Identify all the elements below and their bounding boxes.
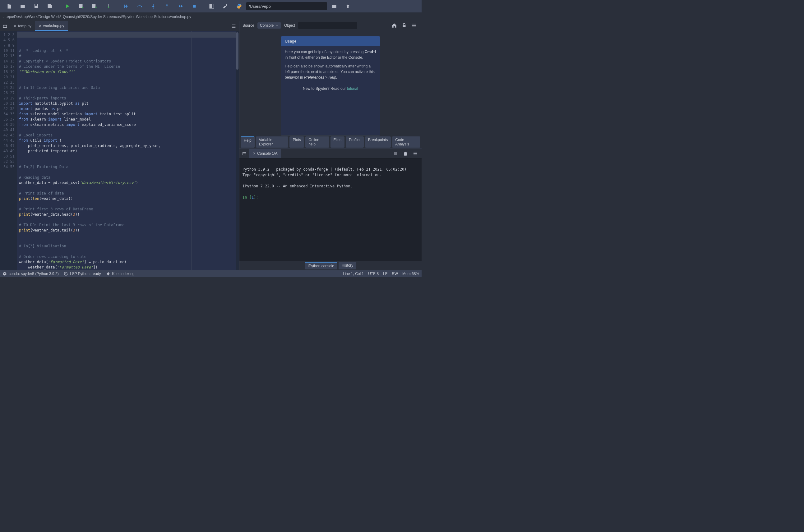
help-toolbar: Source Console Object [239,21,422,30]
conda-env-status[interactable]: conda: spyder5 (Python 3.9.2) [2,271,59,276]
svg-point-3 [167,4,168,5]
help-content: Usage Here you can get help of any objec… [239,30,422,135]
help-usage-card: Usage Here you can get help of any objec… [281,36,380,135]
browse-dir-button[interactable] [328,1,341,11]
open-file-button[interactable] [16,1,29,11]
console-bottom-tab-ipython-console[interactable]: IPython console [305,262,337,269]
eol-status[interactable]: LF [383,271,387,276]
editor-tab-temp[interactable]: × temp.py [10,21,35,31]
preferences-button[interactable] [219,1,232,11]
kite-status[interactable]: Kite: indexing [106,271,135,276]
debug-continue-button[interactable] [174,1,187,11]
svg-rect-6 [209,4,212,8]
memory-status[interactable]: Mem 68% [402,271,419,276]
cursor-position-status[interactable]: Line 1, Col 1 [343,271,364,276]
debug-step-into-button[interactable] [147,1,160,11]
pane-tab-profiler[interactable]: Profiler [346,136,364,148]
cube-icon [2,271,7,276]
help-pane-tabs: HelpVariable ExplorerPlotsOnline helpFil… [239,135,422,149]
interrupt-kernel-button[interactable] [391,149,400,158]
pane-tab-plots[interactable]: Plots [289,136,304,148]
svg-rect-7 [3,25,7,27]
console-bottom-tabs: IPython consoleHistory [239,261,422,270]
object-input[interactable] [298,22,357,29]
source-dropdown[interactable]: Console [258,22,281,28]
close-icon[interactable]: × [253,151,255,156]
maximize-pane-button[interactable] [205,1,218,11]
run-cell-advance-button[interactable] [88,1,101,11]
svg-rect-0 [79,5,82,8]
remove-console-button[interactable] [401,149,410,158]
run-button[interactable] [61,1,74,11]
debug-stop-button[interactable] [188,1,201,11]
save-all-button[interactable] [43,1,57,11]
debug-button[interactable] [119,1,132,11]
encoding-status[interactable]: UTF-8 [368,271,379,276]
svg-rect-1 [93,5,95,8]
close-icon[interactable]: × [14,24,16,28]
tab-label: workshop.py [43,24,64,28]
run-selection-button[interactable] [102,1,115,11]
pane-tab-code-analysis[interactable]: Code Analysis [392,136,420,148]
pane-tab-breakpoints[interactable]: Breakpoints [365,136,391,148]
console-tabs: × Console 1/A [239,149,422,158]
permissions-status[interactable]: RW [392,271,398,276]
close-icon[interactable]: × [39,23,41,28]
code-area[interactable]: # -*- coding: utf-8 -*- # # Copyright © … [17,31,236,270]
console-pane: × Console 1/A Python 3.9.2 | packaged by… [239,149,422,270]
main-toolbar: /Users/Vepo [0,0,422,13]
source-value: Console [260,23,274,28]
console-options-button[interactable] [411,149,420,158]
pane-tab-files[interactable]: Files [331,136,344,148]
svg-rect-8 [403,25,406,27]
editor-tab-workshop[interactable]: × workshop.py [35,21,68,31]
help-card-body: Here you can get help of any object by p… [281,46,380,83]
debug-step-over-button[interactable] [133,1,146,11]
kite-icon [106,271,110,276]
lock-button[interactable] [400,20,409,31]
help-card-title: Usage [281,36,380,46]
browse-console-tabs-button[interactable] [239,149,249,158]
tab-label: temp.py [18,24,32,28]
run-cell-button[interactable] [75,1,88,11]
chevron-down-icon [276,24,279,27]
right-pane: Source Console Object Usage Here you [239,21,422,270]
pane-tab-online-help[interactable]: Online help [305,136,329,148]
help-options-button[interactable] [410,20,418,31]
source-label: Source [243,23,254,28]
python-path-button[interactable] [232,1,246,11]
svg-point-2 [153,8,154,9]
console-output[interactable]: Python 3.9.2 | packaged by conda-forge |… [239,158,422,261]
breadcrumb: …epo/Desktop/Work/Design Work/_Quansight… [0,13,422,21]
pane-tab-help[interactable]: Help [241,136,255,148]
browse-tabs-button[interactable] [0,21,10,31]
editor-options-button[interactable] [229,21,239,31]
console-tab[interactable]: × Console 1/A [249,149,281,158]
lsp-status[interactable]: LSP Python: ready [64,271,101,276]
parent-dir-button[interactable] [341,1,354,11]
home-button[interactable] [390,20,398,31]
debug-step-out-button[interactable] [161,1,173,11]
svg-rect-10 [394,152,397,155]
pane-tab-variable-explorer[interactable]: Variable Explorer [256,136,288,148]
editor-body[interactable]: 1 2 3 4 5 6 7 8 9 10 11 12 13 14 15 16 1… [0,31,239,270]
tutorial-link[interactable]: tutorial [347,87,358,91]
editor-pane: × temp.py × workshop.py 1 2 3 4 5 6 7 8 … [0,21,239,270]
statusbar: conda: spyder5 (Python 3.9.2) LSP Python… [0,270,422,277]
console-bottom-tab-history[interactable]: History [339,262,356,269]
object-label: Object [284,23,295,28]
console-tab-label: Console 1/A [257,151,277,156]
editor-tabs: × temp.py × workshop.py [0,21,239,31]
help-card-footer: New to Spyder? Read our tutorial [281,83,380,94]
line-gutter: 1 2 3 4 5 6 7 8 9 10 11 12 13 14 15 16 1… [0,31,17,270]
editor-scrollbar[interactable] [236,31,239,270]
new-file-button[interactable] [2,1,16,11]
refresh-icon [64,271,68,276]
working-dir-field[interactable]: /Users/Vepo [246,2,327,10]
svg-rect-9 [243,153,246,155]
svg-rect-4 [193,5,196,8]
save-button[interactable] [30,1,43,11]
